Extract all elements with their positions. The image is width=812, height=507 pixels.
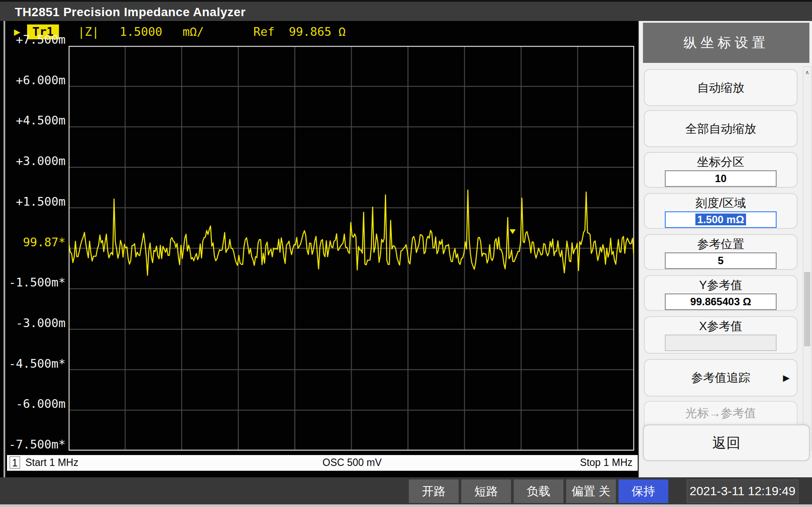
y-axis-tick-label: +6.000m [0,74,66,87]
title-bar: TH2851 Precision Impedance Analyzer [0,0,812,21]
scroll-up-icon[interactable]: ∧ [803,67,811,78]
measurement-grid [69,46,634,451]
toolbar-button-5[interactable]: 保持 [619,479,668,503]
channel-indicator: 1 [10,456,20,469]
softkey-y-reference-value[interactable]: Y参考值99.865403 Ω [644,275,798,311]
softkey-sidebar: 纵坐标设置 自动缩放全部自动缩放坐标分区10刻度/区域1.500 mΩ参考位置5… [639,21,812,477]
softkey-label: X参考值 [645,319,797,333]
softkey-reference-position[interactable]: 参考位置5 [644,234,798,270]
osc-level-label: OSC 500 mV [322,457,382,469]
softkey-x-reference-value[interactable]: X参考值 [644,316,798,354]
scale-per-division-value: 1.500 mΩ [695,214,746,225]
y-axis-tick-label: +1.500m [0,195,66,208]
softkey-label: 全部自动缩放 [645,122,797,136]
softkey-label: 刻度/区域 [645,196,797,210]
softkey-divisions[interactable]: 坐标分区10 [644,152,798,188]
softkey-label: 参考值追踪 [645,371,797,385]
divisions-value: 10 [715,172,727,184]
bottom-toolbar: 开路短路负载偏置 关保持 2021-3-11 12:19:49 [0,477,812,507]
softkey-label: Y参考值 [645,278,797,292]
softkey-scale-per-division[interactable]: 刻度/区域1.500 mΩ [644,193,798,229]
x-reference-value-input[interactable] [665,335,777,351]
y-axis-tick-label: -4.500m* [0,357,66,370]
softkey-label: 参考位置 [645,237,797,251]
toolbar-button-3[interactable]: 负载 [514,479,563,503]
y-axis-tick-label: -3.000m [0,317,66,330]
sidebar-title: 纵坐标设置 [643,23,809,63]
y-reference-value-value: 99.865403 Ω [690,296,751,307]
y-axis-tick-label: +4.500m [0,114,66,127]
trace-parameter: |Z| [78,24,99,39]
toolbar-button-4[interactable]: 偏置 关 [566,479,616,503]
y-axis-tick-label: -6.000m [0,397,66,410]
bottom-edge-strip [0,504,812,507]
y-axis-tick-label: -7.500m* [0,438,66,451]
scrollbar-thumb[interactable] [804,272,810,346]
sweep-start-label: Start 1 MHz [25,457,78,469]
softkey-label: 坐标分区 [645,155,797,169]
scale-per-division-input[interactable]: 1.500 mΩ [665,211,777,228]
y-axis-tick-label: +3.000m [0,155,66,168]
divisions-input[interactable]: 10 [665,170,777,187]
softkey-label: 自动缩放 [645,81,797,95]
trace-marker-icon [510,229,516,234]
toolbar-button-1[interactable]: 开路 [409,479,459,503]
reference-position-input[interactable]: 5 [665,252,777,269]
toolbar-button-2[interactable]: 短路 [461,479,511,503]
submenu-arrow-icon: ▶ [783,372,790,383]
sweep-status-strip: 1 Start 1 MHz OSC 500 mV Stop 1 MHz [7,455,638,471]
softkey-label: 光标→参考值 [645,406,797,420]
y-axis-tick-label: -1.500m* [0,276,66,289]
trace-reference-readout: Ref 99.865 Ω [253,24,346,39]
softkey-reference-tracking-button[interactable]: 参考值追踪▶ [644,359,798,397]
trace-scale-unit: mΩ/ [183,24,204,39]
reference-position-value: 5 [718,255,723,266]
sweep-stop-label: Stop 1 MHz [580,457,632,469]
softkey-autoscale-all-button[interactable]: 全部自动缩放 [644,110,798,147]
datetime-display: 2021-3-11 12:19:49 [687,479,798,503]
softkey-autoscale-button[interactable]: 自动缩放 [644,69,798,106]
sidebar-scrollbar[interactable]: ∧ ∨ [803,66,812,451]
y-axis-reference-label: 99.87* [0,236,66,249]
trace-scale-value: 1.5000 [120,24,162,39]
y-axis-tick-label: +7.500m [0,33,66,46]
window-title: TH2851 Precision Impedance Analyzer [15,3,245,21]
back-button[interactable]: 返回 [643,424,810,461]
y-reference-value-input[interactable]: 99.865403 Ω [665,293,777,310]
